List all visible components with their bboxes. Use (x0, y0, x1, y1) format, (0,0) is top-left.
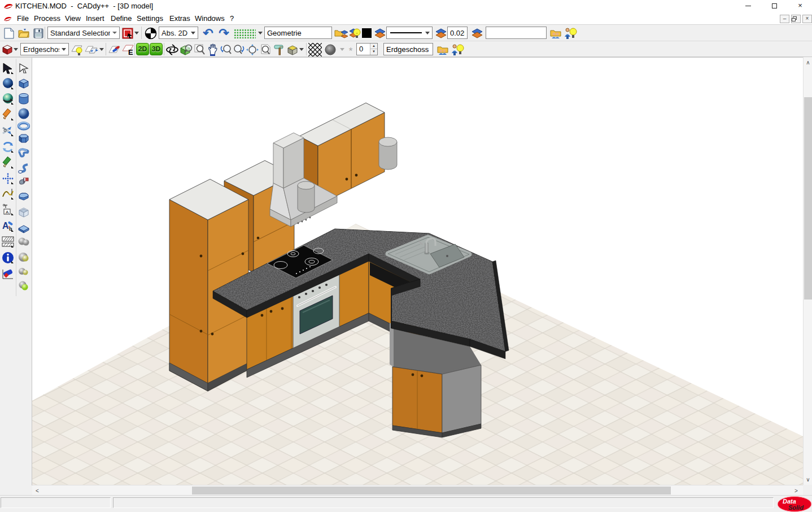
point-snap-tool[interactable] (1, 171, 15, 186)
pick-arrow-tool[interactable] (16, 61, 31, 76)
selection-frame-button[interactable] (122, 26, 139, 40)
redo-button[interactable]: ↷ (217, 26, 231, 40)
boolean-intersect-tool[interactable] (16, 264, 31, 279)
scroll-right-arrow[interactable]: > (794, 488, 798, 494)
plane-edit-button[interactable] (107, 42, 121, 57)
boolean-subtract-tool[interactable] (16, 250, 31, 264)
select-arrow-tool[interactable] (1, 61, 15, 76)
level-spinner[interactable]: 0 ▲ ▼ (356, 43, 378, 55)
trim-tool[interactable] (1, 123, 15, 138)
menu-windows[interactable]: Windows (194, 14, 226, 24)
zoom-window-button[interactable] (193, 42, 207, 57)
mdi-minimize-button[interactable]: – (780, 15, 789, 23)
render-mode-button[interactable] (286, 42, 304, 57)
vertical-scrollbar[interactable]: ∧ ∨ (803, 57, 812, 485)
storey-combo[interactable]: Erdgeschos (20, 43, 69, 55)
solid-flag-tool[interactable] (16, 175, 31, 190)
scroll-left-arrow[interactable]: < (36, 488, 39, 494)
menu-settings[interactable]: Settings (136, 14, 164, 24)
storey-name-field[interactable] (383, 43, 433, 55)
new-document-button[interactable] (2, 26, 16, 40)
solid-sweep-tool[interactable] (16, 161, 31, 176)
spinner-down-button[interactable]: ▼ (370, 49, 377, 55)
undo-button[interactable]: ↶ (201, 26, 215, 40)
layer-folder-button[interactable] (334, 26, 348, 40)
view-2d-button[interactable]: 2D (136, 43, 149, 55)
close-button[interactable]: × (787, 0, 812, 12)
spline-dimension-tool[interactable] (1, 186, 15, 201)
linestyle-layer-button[interactable] (434, 26, 448, 40)
storey-group-button[interactable] (436, 42, 450, 57)
solid-slab-tool[interactable] (16, 220, 31, 235)
rotate-copy-tool[interactable] (1, 140, 15, 154)
plane-element-button[interactable]: E (121, 42, 135, 57)
coordinate-mode-combo[interactable]: Abs. 2D (159, 27, 198, 39)
vertical-scrollbar-thumb[interactable] (804, 97, 812, 300)
zoom-page-button[interactable] (259, 42, 273, 57)
pan-hand-button[interactable] (206, 42, 220, 57)
line-style-combo[interactable] (386, 27, 433, 39)
frame-annotation-tool[interactable]: A (1, 202, 15, 217)
scroll-down-arrow[interactable]: ∨ (804, 476, 812, 483)
info-tool[interactable] (1, 250, 15, 265)
title-bar[interactable]: KITCHEN.MOD - CADdy++ - [3D model] × (0, 0, 812, 12)
storey-visibility-button[interactable] (450, 42, 464, 57)
group-folder-button[interactable] (549, 26, 563, 40)
pencil-draw-tool[interactable] (1, 107, 15, 122)
solid-prism-tool[interactable] (16, 131, 31, 146)
menu-process[interactable]: Process (33, 14, 62, 24)
hatch-tool[interactable] (1, 235, 15, 249)
menu-file[interactable]: File (16, 14, 30, 24)
storey-box-button[interactable] (1, 42, 19, 57)
color-layer-button[interactable] (373, 26, 387, 40)
nav-sphere-tool[interactable] (1, 76, 15, 91)
orbit-sphere-tool[interactable] (1, 92, 15, 106)
menu-help[interactable]: ? (229, 14, 235, 24)
group-visibility-button[interactable] (563, 26, 577, 40)
text-tool[interactable]: Ab (1, 219, 15, 233)
extra-field[interactable] (486, 27, 547, 39)
minimize-button[interactable] (735, 0, 761, 12)
shading-sphere-button[interactable] (323, 42, 337, 57)
horizontal-scrollbar-thumb[interactable] (192, 487, 671, 494)
penwidth-layer-button[interactable] (470, 26, 484, 40)
solid-box-tool[interactable] (16, 76, 31, 91)
zoom-extents-button[interactable] (245, 42, 259, 57)
plane-visibility-button[interactable] (70, 42, 84, 57)
zoom-undo-button[interactable] (219, 42, 233, 57)
zoom-redo-button[interactable] (232, 42, 246, 57)
mdi-close-button[interactable]: × (802, 15, 812, 23)
selection-mode-combo[interactable]: Standard Selection (47, 27, 120, 39)
horizontal-scrollbar[interactable]: < > (32, 485, 803, 495)
solid-fillet-tool[interactable] (16, 190, 31, 205)
pencil-annotate-tool[interactable] (1, 155, 15, 170)
menu-extras[interactable]: Extras (168, 14, 191, 24)
plane-navigation-button[interactable] (85, 42, 104, 57)
zoom-solid-button[interactable] (179, 42, 193, 57)
orbit-button[interactable] (165, 42, 179, 57)
boolean-union-tool[interactable] (16, 235, 31, 249)
open-folder-button[interactable] (16, 26, 30, 40)
scroll-up-arrow[interactable]: ∧ (804, 59, 812, 66)
drawing-canvas[interactable] (32, 57, 803, 485)
shading-dropdown[interactable] (337, 42, 346, 57)
boolean-common-tool[interactable] (16, 278, 31, 293)
pen-color-swatch[interactable] (361, 26, 372, 40)
layer-name-field[interactable] (264, 27, 332, 39)
eraser-tool[interactable] (1, 266, 15, 281)
pen-width-field[interactable] (447, 27, 468, 39)
maximize-button[interactable] (761, 0, 787, 12)
menu-insert[interactable]: Insert (85, 14, 106, 24)
layer-visibility-button[interactable] (348, 26, 362, 40)
snap-grid-button[interactable] (233, 26, 263, 40)
menu-define[interactable]: Define (110, 14, 133, 24)
solid-extrude-tool[interactable] (16, 146, 31, 160)
solid-cylinder-tool[interactable] (16, 92, 31, 106)
spinner-up-button[interactable]: ▲ (370, 44, 377, 49)
save-button[interactable] (31, 26, 45, 40)
menu-view[interactable]: View (64, 14, 82, 24)
view-3d-button[interactable]: 3D (150, 43, 163, 55)
origin-circle-icon[interactable] (143, 26, 158, 40)
solid-shell-tool[interactable] (16, 205, 31, 220)
paint-roller-button[interactable] (272, 42, 286, 57)
